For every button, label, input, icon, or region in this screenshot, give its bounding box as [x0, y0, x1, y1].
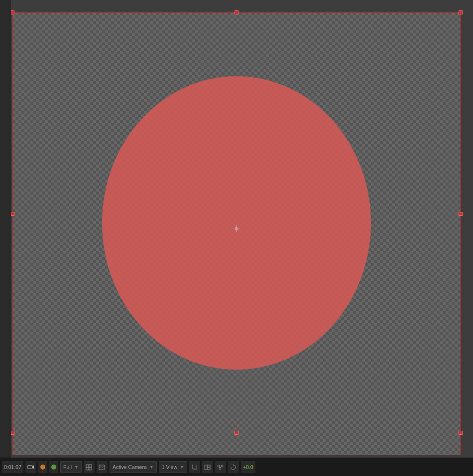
view-count-label: 1 View	[162, 464, 177, 470]
active-camera-dropdown[interactable]: Active Camera ▼	[110, 461, 157, 473]
active-camera-label: Active Camera	[113, 464, 147, 470]
camera-dropdown-arrow: ▼	[149, 465, 154, 470]
svg-point-17	[218, 465, 220, 467]
origin-crosshair	[233, 225, 240, 232]
svg-rect-3	[89, 465, 92, 467]
handle-middle-right[interactable]	[459, 212, 463, 216]
svg-line-8	[101, 467, 103, 468]
layout-icon-button[interactable]	[202, 461, 213, 473]
svg-line-9	[103, 466, 105, 468]
layout-icon	[204, 464, 211, 471]
svg-rect-0	[28, 466, 32, 469]
svg-point-18	[221, 465, 223, 467]
view-count-dropdown[interactable]: 1 View ▼	[159, 461, 187, 473]
render-mode-label: Full	[63, 464, 72, 470]
svg-rect-2	[86, 465, 89, 467]
svg-rect-16	[208, 468, 210, 470]
view-type-icon1[interactable]	[84, 461, 95, 473]
handle-top-center[interactable]	[235, 10, 238, 14]
render-mode-arrow: ▼	[74, 465, 79, 470]
left-toolbar	[0, 0, 11, 458]
crop-icon	[191, 464, 198, 471]
orange-dot-icon	[40, 465, 45, 470]
refresh-icon	[230, 464, 237, 471]
handle-bottom-left[interactable]	[10, 431, 14, 435]
circle-object[interactable]	[102, 76, 371, 370]
status-bar: 0:01:07 Full ▼	[0, 458, 473, 476]
zoom-value-display[interactable]: +0.0	[241, 461, 255, 473]
timecode-value: 0:01:07	[4, 464, 21, 470]
handle-top-left[interactable]	[10, 10, 14, 14]
svg-rect-4	[86, 468, 89, 470]
viewport-container: 0:01:07 Full ▼	[0, 0, 473, 476]
crosshair-circle	[235, 227, 238, 230]
refresh-icon-button[interactable]	[228, 461, 239, 473]
handle-bottom-center[interactable]	[235, 431, 238, 435]
crop-icon-button[interactable]	[189, 461, 200, 473]
view-type-icon2[interactable]	[97, 461, 108, 473]
view-count-arrow: ▼	[180, 465, 184, 470]
image-icon	[99, 464, 106, 471]
green-dot-icon	[51, 465, 56, 470]
svg-line-7	[99, 467, 101, 468]
zoom-value: +0.0	[243, 464, 253, 470]
canvas-area[interactable]	[0, 0, 473, 458]
handle-bottom-right[interactable]	[459, 431, 463, 435]
svg-rect-15	[208, 465, 210, 467]
svg-rect-14	[205, 465, 207, 470]
camera-icon-button[interactable]	[25, 461, 36, 473]
svg-marker-1	[32, 466, 34, 469]
svg-rect-5	[89, 468, 92, 470]
camera-icon	[27, 464, 34, 471]
scene-indicator[interactable]	[38, 461, 47, 473]
render-mode-dropdown[interactable]: Full ▼	[60, 461, 82, 473]
green-indicator[interactable]	[49, 461, 58, 473]
handle-top-right[interactable]	[459, 10, 463, 14]
timecode-display[interactable]: 0:01:07	[2, 461, 23, 473]
handle-middle-left[interactable]	[10, 212, 14, 216]
nodes-icon-button[interactable]	[215, 461, 226, 473]
grid-icon	[86, 464, 93, 471]
nodes-icon	[217, 464, 224, 471]
